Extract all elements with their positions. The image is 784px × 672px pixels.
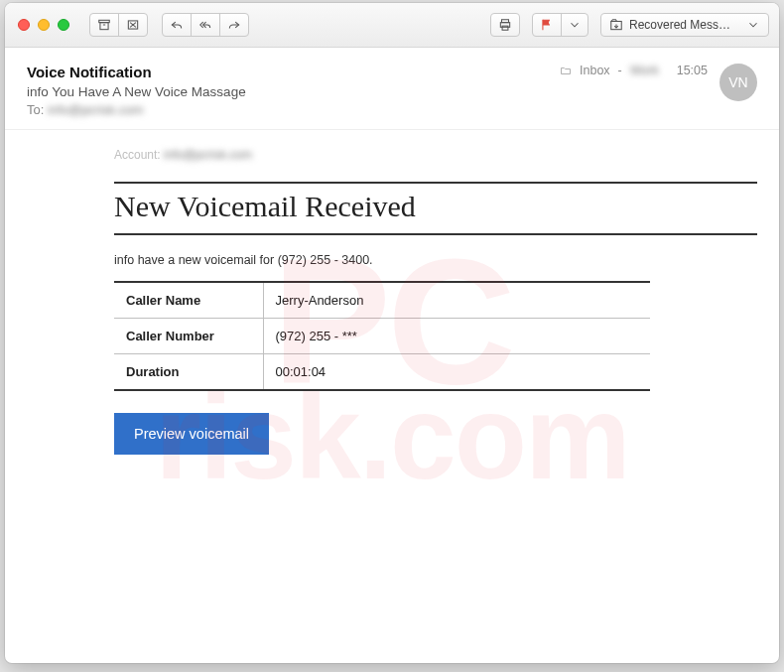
delete-archive-group: [89, 13, 148, 37]
account-label: Account:: [114, 148, 161, 162]
window-controls: [18, 19, 69, 31]
reply-group: [162, 13, 249, 37]
junk-icon: [126, 18, 140, 32]
zoom-window-button[interactable]: [58, 19, 69, 31]
avatar: VN: [719, 64, 757, 101]
message-time: 15:05: [677, 64, 708, 77]
to-label: To:: [27, 102, 44, 117]
print-button[interactable]: [490, 13, 520, 37]
junk-button[interactable]: [118, 13, 148, 37]
forward-arrow-icon: [227, 18, 241, 32]
voicemail-details-table: Caller Name Jerry-Anderson Caller Number…: [114, 281, 650, 391]
to-recipient: info@pcrisk.com: [48, 102, 143, 117]
row-key: Caller Number: [114, 319, 263, 354]
message-subject: info You Have A New Voice Massage: [27, 84, 560, 99]
move-to-label: Recovered Mess…: [629, 18, 730, 32]
toolbar: Recovered Mess…: [5, 3, 779, 48]
reply-button[interactable]: [162, 13, 192, 37]
body-intro: info have a new voicemail for (972) 255 …: [114, 253, 757, 267]
move-to-folder-icon: [609, 18, 623, 32]
message-header: Voice Notification info You Have A New V…: [5, 48, 779, 130]
table-row: Duration 00:01:04: [114, 354, 650, 391]
folder-name: Inbox: [580, 64, 610, 77]
reply-arrow-icon: [170, 18, 184, 32]
avatar-initials: VN: [728, 74, 747, 90]
sender-name: Voice Notification: [27, 64, 152, 80]
svg-rect-8: [502, 26, 508, 30]
svg-rect-1: [100, 23, 108, 30]
chevron-down-icon: [746, 18, 760, 32]
archive-box-icon: [97, 18, 111, 32]
message-body-scroll[interactable]: Account: info@pcrisk.com New Voicemail R…: [5, 130, 779, 663]
reply-all-button[interactable]: [191, 13, 220, 37]
row-value: 00:01:04: [263, 354, 650, 391]
row-key: Duration: [114, 354, 263, 391]
row-value: Jerry-Anderson: [263, 282, 650, 319]
reply-all-arrow-icon: [198, 18, 212, 32]
table-row: Caller Number (972) 255 - ***: [114, 319, 650, 354]
account-name: Work: [630, 64, 659, 77]
folder-icon: [560, 65, 572, 76]
printer-icon: [498, 18, 512, 32]
move-to-button[interactable]: Recovered Mess…: [600, 13, 769, 37]
table-row: Caller Name Jerry-Anderson: [114, 282, 650, 319]
message-body: Account: info@pcrisk.com New Voicemail R…: [5, 130, 779, 484]
forward-button[interactable]: [219, 13, 249, 37]
mail-window: Recovered Mess… Voice Notification info …: [5, 3, 779, 663]
close-window-button[interactable]: [18, 19, 30, 31]
flag-icon: [540, 18, 554, 32]
account-value: info@pcrisk.com: [164, 148, 252, 162]
row-value: (972) 255 - ***: [263, 319, 650, 354]
chevron-down-icon: [568, 18, 582, 32]
archive-button[interactable]: [89, 13, 119, 37]
flag-menu-button[interactable]: [561, 13, 588, 37]
folder-dash: -: [618, 64, 622, 77]
body-title-rule: New Voicemail Received: [114, 182, 757, 235]
minimize-window-button[interactable]: [38, 19, 50, 31]
body-title: New Voicemail Received: [114, 190, 757, 223]
row-key: Caller Name: [114, 282, 263, 319]
flag-button[interactable]: [532, 13, 562, 37]
flag-group: [532, 13, 588, 37]
message-meta: Inbox - Work 15:05: [560, 64, 708, 77]
preview-voicemail-button[interactable]: Preview voicemail: [114, 413, 269, 455]
